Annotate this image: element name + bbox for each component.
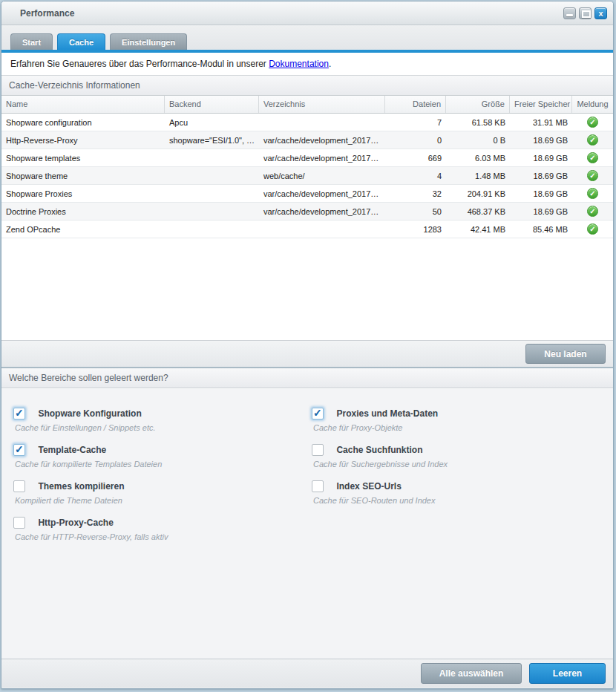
checkbox-label[interactable]: Http-Proxy-Cache (38, 518, 113, 528)
cell-freier-speicher: 18.69 GB (510, 154, 572, 163)
checkbox-label[interactable]: Themes kompilieren (38, 481, 124, 492)
cell-dateien: 4 (385, 172, 446, 180)
cache-option-cache-suchfunktion: ✓ Cache Suchfunktion Cache für Suchergeb… (312, 443, 610, 469)
cell-verzeichnis: web/cache/ (259, 172, 385, 180)
maximize-icon[interactable] (579, 7, 592, 19)
table-row[interactable]: Shopware Proxies var/cache/development_2… (1, 185, 613, 203)
cell-name: Shopware configuration (1, 118, 165, 127)
minimize-icon[interactable] (563, 7, 576, 19)
cell-freier-speicher: 85.46 MB (510, 225, 572, 234)
checkbox-hint: Cache für Einstellungen / Snippets etc. (15, 423, 312, 432)
cell-backend: Apcu (165, 118, 259, 127)
checkbox-proxies-meta-daten[interactable]: ✓ (312, 408, 324, 420)
cell-verzeichnis: var/cache/development_2017… (259, 189, 385, 198)
column-header-freier-speicher[interactable]: Freier Speicher (510, 96, 572, 113)
cell-meldung: ✓ (572, 223, 613, 235)
checkbox-label[interactable]: Shopware Konfiguration (38, 408, 141, 419)
cell-groesse: 61.58 KB (446, 118, 510, 127)
table-row[interactable]: Http-Reverse-Proxy shopware="ESI/1.0", …… (1, 131, 613, 149)
table-row[interactable]: Zend OPcache 1283 42.41 MB 85.46 MB ✓ (1, 221, 613, 238)
checkbox-hint: Cache für Suchergebnisse und Index (313, 460, 610, 469)
success-check-icon: ✓ (587, 223, 598, 235)
checkbox-index-seo-urls[interactable]: ✓ (312, 480, 324, 492)
notice-suffix: . (329, 59, 331, 69)
reload-button[interactable]: Neu laden (525, 344, 606, 364)
success-check-icon: ✓ (587, 117, 598, 128)
checkbox-themes-kompilieren[interactable]: ✓ (13, 480, 25, 492)
form-column-left: ✓ Shopware Konfiguration Cache für Einst… (13, 406, 312, 659)
cell-groesse: 204.91 KB (446, 189, 510, 198)
select-all-button[interactable]: Alle auswählen (421, 663, 522, 684)
checkbox-cache-suchfunktion[interactable]: ✓ (312, 444, 324, 456)
tab-einstellungen[interactable]: Einstellungen (110, 33, 187, 50)
checkbox-hint: Cache für kompilierte Templates Dateien (15, 460, 312, 469)
table-row[interactable]: Doctrine Proxies var/cache/development_2… (1, 203, 613, 221)
column-header-name[interactable]: Name (1, 96, 165, 113)
cell-dateien: 0 (385, 136, 446, 145)
column-header-dateien[interactable]: Dateien (385, 96, 446, 113)
checkbox-label[interactable]: Proxies und Meta-Daten (336, 408, 438, 419)
cell-name: Doctrine Proxies (1, 207, 165, 216)
cell-name: Shopware theme (1, 172, 165, 180)
footer-toolbar: Alle auswählen Leeren (1, 659, 613, 688)
window-controls: x (563, 7, 607, 19)
cell-verzeichnis: var/cache/development_2017… (259, 154, 385, 163)
cache-table-toolbar: Neu laden (1, 340, 613, 367)
checkmark-icon: ✓ (15, 407, 24, 419)
tab-bar: Start Cache Einstellungen (1, 25, 613, 53)
close-icon[interactable]: x (594, 7, 607, 19)
cache-panel-title: Cache-Verzeichnis Informationen (1, 76, 613, 96)
cell-dateien: 7 (385, 118, 446, 127)
cell-groesse: 1.48 MB (446, 172, 510, 180)
checkbox-label[interactable]: Template-Cache (38, 445, 106, 455)
cache-option-http-proxy-cache: ✓ Http-Proxy-Cache Cache für HTTP-Revers… (13, 515, 312, 541)
checkbox-hint: Cache für Proxy-Objekte (313, 423, 610, 432)
cell-meldung: ✓ (572, 188, 613, 199)
cell-verzeichnis: var/cache/development_2017… (259, 207, 385, 216)
checkbox-http-proxy-cache[interactable]: ✓ (13, 517, 25, 529)
cell-freier-speicher: 18.69 GB (510, 207, 572, 216)
checkbox-label[interactable]: Cache Suchfunktion (336, 445, 422, 455)
table-row[interactable]: Shopware templates var/cache/development… (1, 149, 613, 167)
cache-option-template-cache: ✓ Template-Cache Cache für kompilierte T… (13, 443, 312, 469)
cell-meldung: ✓ (572, 206, 613, 217)
table-row[interactable]: Shopware configuration Apcu 7 61.58 KB 3… (1, 114, 613, 131)
checkbox-shopware-konfiguration[interactable]: ✓ (13, 408, 25, 420)
notice-text: Erfahren Sie Genaueres über das Performa… (10, 59, 269, 69)
cell-backend: shopware="ESI/1.0", … (165, 136, 259, 145)
window-title: Performance (20, 8, 74, 19)
tab-cache[interactable]: Cache (57, 33, 105, 50)
form-column-right: ✓ Proxies und Meta-Daten Cache für Proxy… (312, 406, 610, 659)
cache-option-shopware-konfiguration: ✓ Shopware Konfiguration Cache für Einst… (13, 406, 312, 432)
column-header-backend[interactable]: Backend (165, 96, 259, 113)
checkbox-hint: Cache für HTTP-Reverse-Proxy, falls akti… (15, 532, 312, 541)
notice-bar: Erfahren Sie Genaueres über das Performa… (1, 53, 613, 76)
grid-header: Name Backend Verzeichnis Dateien Größe F… (1, 96, 613, 114)
column-header-verzeichnis[interactable]: Verzeichnis (259, 96, 385, 113)
clear-cache-form: ✓ Shopware Konfiguration Cache für Einst… (1, 388, 613, 659)
checkbox-template-cache[interactable]: ✓ (13, 444, 25, 456)
cache-option-themes-kompilieren: ✓ Themes kompilieren Kompiliert die Them… (13, 479, 312, 505)
success-check-icon: ✓ (587, 170, 598, 181)
success-check-icon: ✓ (587, 152, 598, 163)
cell-meldung: ✓ (572, 152, 613, 163)
cell-groesse: 42.41 MB (446, 225, 510, 234)
performance-window: Performance x Start Cache Einstellungen … (1, 1, 614, 689)
cell-groesse: 468.37 KB (446, 207, 510, 216)
cell-dateien: 32 (385, 189, 446, 198)
documentation-link[interactable]: Dokumentation (269, 59, 329, 69)
column-header-groesse[interactable]: Größe (446, 96, 510, 113)
checkbox-label[interactable]: Index SEO-Urls (336, 481, 401, 492)
tab-start[interactable]: Start (10, 33, 53, 50)
window-titlebar: Performance x (1, 1, 613, 25)
clear-button[interactable]: Leeren (529, 663, 606, 684)
table-row[interactable]: Shopware theme web/cache/ 4 1.48 MB 18.6… (1, 167, 613, 185)
success-check-icon: ✓ (587, 188, 598, 199)
cell-name: Shopware Proxies (1, 189, 165, 198)
cell-meldung: ✓ (572, 117, 613, 128)
cell-dateien: 50 (385, 207, 446, 216)
checkmark-icon: ✓ (313, 407, 322, 419)
cell-name: Shopware templates (1, 154, 165, 163)
column-header-meldung[interactable]: Meldung (572, 96, 613, 113)
cell-meldung: ✓ (572, 134, 613, 146)
